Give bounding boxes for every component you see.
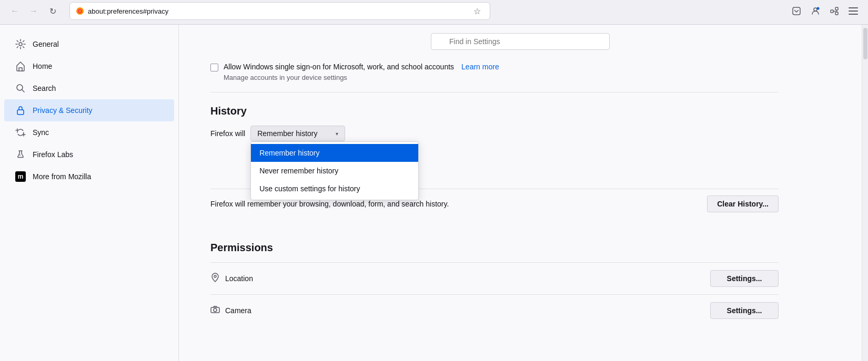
svg-point-12 — [19, 43, 22, 46]
sync-label: Sync — [33, 128, 49, 137]
history-dropdown-button[interactable]: Remember history ▾ — [250, 126, 345, 141]
camera-label: Camera — [225, 306, 251, 315]
permissions-section-title: Permissions — [210, 242, 779, 254]
sso-label: Allow Windows single sign-on for Microso… — [224, 63, 454, 71]
location-settings-button[interactable]: Settings... — [710, 270, 779, 287]
main-area: General Home Search — [0, 25, 868, 361]
back-button[interactable]: ← — [6, 3, 23, 19]
sso-checkbox[interactable] — [210, 64, 218, 71]
bookmark-star-button[interactable]: ☆ — [470, 4, 485, 18]
home-label: Home — [33, 62, 52, 70]
find-settings-input[interactable] — [431, 33, 610, 50]
general-icon — [15, 38, 26, 50]
find-settings-wrapper — [431, 33, 610, 50]
address-bar-row: ← → ↻ about:preferences#privacy ☆ — [0, 0, 868, 24]
svg-rect-11 — [849, 14, 858, 15]
address-bar[interactable]: about:preferences#privacy ☆ — [69, 2, 490, 20]
privacy-icon — [15, 105, 26, 116]
location-icon — [210, 273, 220, 284]
pocket-button[interactable] — [788, 3, 805, 19]
star-icon: ☆ — [473, 6, 481, 16]
clear-history-button[interactable]: Clear History... — [707, 195, 779, 212]
sso-section: Allow Windows single sign-on for Microso… — [210, 54, 779, 92]
extensions-icon — [830, 6, 839, 16]
sync-icon — [15, 127, 26, 138]
sso-checkbox-row: Allow Windows single sign-on for Microso… — [210, 63, 779, 71]
forward-icon: → — [29, 6, 38, 16]
location-label: Location — [225, 274, 253, 283]
dropdown-option-custom[interactable]: Use custom settings for history — [251, 180, 418, 198]
url-text: about:preferences#privacy — [88, 7, 467, 15]
find-settings-bar — [179, 25, 862, 54]
sidebar: General Home Search — [0, 25, 179, 361]
dropdown-option-remember[interactable]: Remember history — [251, 144, 418, 162]
pocket-icon — [792, 6, 801, 16]
learn-more-link[interactable]: Learn more — [461, 63, 499, 71]
scrollbar-thumb — [863, 28, 867, 59]
sidebar-item-general[interactable]: General — [4, 33, 174, 55]
sidebar-item-more-mozilla[interactable]: m More from Mozilla — [4, 166, 174, 188]
firefox-logo — [75, 6, 85, 16]
svg-point-5 — [817, 7, 820, 10]
privacy-label: Privacy & Security — [33, 106, 93, 115]
history-dropdown-selected-label: Remember history — [257, 129, 317, 138]
extensions-button[interactable] — [826, 3, 843, 19]
svg-rect-14 — [17, 110, 24, 115]
more-mozilla-icon: m — [15, 171, 26, 182]
history-section: History Firefox will Remember history ▾ … — [210, 92, 779, 229]
svg-point-13 — [17, 85, 23, 90]
hamburger-menu-icon — [849, 7, 858, 15]
svg-point-15 — [19, 154, 21, 156]
history-description-text: Firefox will remember your browsing, dow… — [210, 200, 449, 208]
camera-icon — [210, 305, 220, 316]
svg-rect-3 — [793, 7, 800, 15]
nav-buttons: ← → ↻ — [6, 3, 61, 19]
sidebar-item-privacy[interactable]: Privacy & Security — [4, 99, 174, 121]
settings-content: Allow Windows single sign-on for Microso… — [179, 54, 810, 326]
dropdown-chevron-icon: ▾ — [336, 131, 338, 137]
more-mozilla-label: More from Mozilla — [33, 172, 91, 181]
svg-point-4 — [814, 8, 817, 11]
content-area: Allow Windows single sign-on for Microso… — [179, 25, 862, 361]
dropdown-option-never[interactable]: Never remember history — [251, 162, 418, 180]
firefox-will-label: Firefox will — [210, 129, 245, 138]
permission-location-left: Location — [210, 273, 253, 284]
history-dropdown-menu: Remember history Never remember history … — [250, 141, 419, 200]
search-label: Search — [33, 84, 56, 92]
permission-row-location: Location Settings... — [210, 262, 779, 294]
permission-row-camera: Camera Settings... — [210, 294, 779, 326]
toolbar-right — [788, 3, 862, 19]
svg-point-19 — [214, 308, 217, 312]
svg-point-2 — [79, 10, 81, 12]
sidebar-item-sync[interactable]: Sync — [4, 121, 174, 143]
firefox-labs-icon — [15, 149, 26, 160]
forward-button[interactable]: → — [25, 3, 42, 19]
profile-button[interactable] — [807, 3, 824, 19]
permission-camera-left: Camera — [210, 305, 251, 316]
camera-settings-button[interactable]: Settings... — [710, 302, 779, 319]
history-dropdown-container: Remember history ▾ Remember history Neve… — [250, 126, 345, 141]
sso-sub-text: Manage accounts in your device settings — [210, 74, 779, 81]
permissions-section: Permissions Location Settings... — [210, 229, 779, 326]
search-sidebar-icon — [15, 82, 26, 94]
svg-rect-9 — [849, 7, 858, 8]
reload-icon: ↻ — [49, 6, 56, 16]
svg-point-17 — [214, 275, 216, 277]
menu-button[interactable] — [845, 3, 862, 19]
svg-rect-10 — [849, 11, 858, 12]
sidebar-item-firefox-labs[interactable]: Firefox Labs — [4, 143, 174, 166]
general-label: General — [33, 40, 59, 48]
sidebar-item-home[interactable]: Home — [4, 55, 174, 77]
history-row: Firefox will Remember history ▾ Remember… — [210, 126, 779, 141]
back-icon: ← — [11, 6, 19, 16]
right-scrollbar[interactable] — [862, 25, 868, 361]
reload-button[interactable]: ↻ — [44, 3, 61, 19]
history-section-title: History — [210, 105, 779, 117]
profile-icon — [811, 6, 820, 16]
firefox-labs-label: Firefox Labs — [33, 150, 73, 159]
sidebar-item-search[interactable]: Search — [4, 77, 174, 99]
home-icon — [15, 60, 26, 72]
browser-chrome: ← → ↻ about:preferences#privacy ☆ — [0, 0, 868, 25]
